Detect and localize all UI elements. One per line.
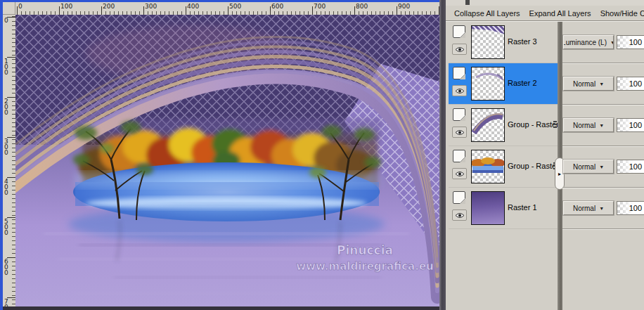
blend-row-divider bbox=[562, 228, 644, 230]
visibility-toggle[interactable] bbox=[452, 127, 467, 138]
ruler-label: 700 bbox=[314, 3, 326, 10]
dropdown-arrow-icon: ▼ bbox=[610, 40, 614, 45]
layer-row-group-raster1-b[interactable]: Group - Raster 1 bbox=[449, 146, 558, 188]
dropdown-arrow-icon: ▼ bbox=[599, 82, 604, 86]
collapse-all-layers-button[interactable]: Collapse All Layers bbox=[454, 9, 520, 18]
ruler-label: 300 bbox=[145, 3, 157, 10]
thumbnail-swoosh bbox=[472, 109, 504, 141]
layer-page-icon bbox=[453, 25, 465, 38]
layer-page-icon bbox=[453, 191, 465, 204]
layer-thumbnail[interactable] bbox=[471, 25, 505, 59]
eye-icon bbox=[455, 129, 465, 136]
blend-row-divider bbox=[562, 104, 644, 105]
ruler-label: 700 bbox=[4, 299, 11, 306]
expand-all-layers-button[interactable]: Expand All Layers bbox=[529, 9, 591, 18]
blend-mode-dropdown[interactable]: Normal ▼ bbox=[563, 77, 614, 91]
opacity-field[interactable]: 100 bbox=[617, 160, 644, 174]
ruler-label: 500 bbox=[229, 3, 241, 10]
blend-row-divider bbox=[562, 187, 644, 188]
ruler-label: 0 bbox=[18, 3, 22, 10]
opacity-value: 100 bbox=[629, 79, 642, 88]
blend-row-divider bbox=[562, 63, 644, 64]
opacity-field[interactable]: 100 bbox=[617, 201, 644, 215]
layer-thumbnail[interactable] bbox=[471, 191, 505, 225]
blend-mode-dropdown[interactable]: Luminance (L) ▼ bbox=[563, 35, 614, 49]
blend-mode-dropdown[interactable]: Normal ▼ bbox=[563, 160, 614, 174]
opacity-value: 100 bbox=[629, 38, 642, 46]
layer-thumbnail[interactable] bbox=[471, 67, 505, 101]
image-canvas[interactable]: Pinuccia www.maldiregrafica.eu bbox=[15, 15, 439, 306]
watermark-line2: www.maldiregrafica.eu bbox=[296, 260, 434, 273]
show-hide-button[interactable]: Show/Hide C bbox=[600, 9, 644, 18]
layer-thumbnail[interactable] bbox=[471, 150, 505, 183]
ruler-label: 900 bbox=[398, 3, 410, 10]
visibility-toggle[interactable] bbox=[452, 44, 467, 55]
app-window: Pinuccia www.maldiregrafica.eu 0 100 200… bbox=[0, 0, 644, 310]
dropdown-arrow-icon: ▼ bbox=[599, 164, 604, 169]
blend-mode-value: Luminance (L) bbox=[563, 39, 607, 46]
layer-row-group-raster1-a[interactable]: Group - Raster 1 bbox=[449, 105, 558, 146]
layer-name: Raster 1 bbox=[508, 203, 537, 212]
thumbnail-arc-sketch bbox=[472, 67, 504, 100]
ruler-label: 100 bbox=[60, 3, 72, 10]
thumbnail-landscape bbox=[472, 150, 504, 183]
watermark-line1: Pinuccia bbox=[337, 243, 393, 257]
clipped-layer-link-icon bbox=[553, 121, 557, 129]
eye-icon bbox=[455, 46, 465, 53]
visibility-toggle[interactable] bbox=[452, 85, 467, 96]
layers-toolbar: Collapse All Layers Expand All Layers Sh… bbox=[446, 6, 644, 20]
eye-icon bbox=[455, 171, 465, 177]
blend-mode-value: Normal bbox=[573, 80, 595, 88]
ruler-label: 200 bbox=[103, 3, 115, 10]
panel-divider bbox=[439, 0, 446, 310]
ruler-label: 600 bbox=[4, 259, 11, 276]
clipped-toolbar-icon bbox=[465, 0, 470, 5]
ruler-label: 800 bbox=[356, 3, 368, 10]
ruler-label: 400 bbox=[4, 179, 11, 195]
ruler-label: 600 bbox=[271, 3, 283, 10]
horizontal-ruler: 0 100 200 300 400 500 600 700 800 900 bbox=[15, 2, 439, 15]
thumbnail-hatch-pattern bbox=[472, 26, 504, 39]
ruler-major-ticks bbox=[15, 6, 439, 15]
opacity-value: 100 bbox=[629, 162, 642, 171]
palette-top-strip bbox=[446, 0, 644, 6]
layer-row-raster3[interactable]: Raster 3 bbox=[449, 22, 558, 63]
eye-icon bbox=[455, 212, 465, 219]
blend-mode-value: Normal bbox=[573, 205, 595, 212]
eye-icon bbox=[455, 88, 465, 94]
blend-mode-dropdown[interactable]: Normal ▼ bbox=[563, 118, 614, 132]
layer-row-raster1[interactable]: Raster 1 bbox=[449, 188, 558, 229]
dropdown-arrow-icon: ▼ bbox=[599, 206, 604, 211]
layers-palette: Collapse All Layers Expand All Layers Sh… bbox=[446, 0, 644, 310]
layer-row-raster2[interactable]: Raster 2 bbox=[449, 63, 558, 105]
ruler-label: 100 bbox=[4, 58, 11, 75]
dropdown-arrow-icon: ▼ bbox=[599, 123, 604, 128]
ruler-label: 200 bbox=[4, 98, 11, 115]
visibility-toggle[interactable] bbox=[452, 168, 467, 179]
ruler-corner bbox=[3, 2, 15, 15]
ruler-label: 400 bbox=[187, 3, 199, 10]
blend-row-divider bbox=[562, 146, 644, 147]
ruler-label: 0 bbox=[4, 18, 11, 23]
layer-name: Raster 3 bbox=[508, 37, 537, 46]
layer-page-icon bbox=[453, 67, 465, 79]
layer-list: Raster 3 Raster 2 bbox=[449, 22, 558, 229]
blend-mode-value: Normal bbox=[573, 163, 595, 171]
blend-mode-dropdown[interactable]: Normal ▼ bbox=[563, 201, 614, 215]
layer-thumbnail[interactable] bbox=[471, 108, 505, 142]
opacity-field[interactable]: 100 bbox=[617, 35, 644, 49]
canvas-bottom-edge bbox=[3, 306, 439, 310]
blend-mode-value: Normal bbox=[573, 122, 595, 129]
ruler-label: 300 bbox=[4, 138, 11, 155]
artwork: Pinuccia www.maldiregrafica.eu bbox=[15, 15, 439, 306]
vertical-ruler: 0 100 200 300 400 500 600 700 bbox=[3, 15, 15, 306]
opacity-field[interactable]: 100 bbox=[617, 118, 644, 132]
layer-group-icon bbox=[453, 108, 465, 121]
ruler-label: 500 bbox=[4, 219, 11, 235]
opacity-value: 100 bbox=[629, 204, 642, 212]
layer-group-icon bbox=[453, 150, 465, 162]
visibility-toggle[interactable] bbox=[452, 209, 467, 221]
layer-name: Raster 2 bbox=[508, 79, 537, 87]
grip-arrow-icon: ▸ bbox=[558, 171, 561, 177]
opacity-field[interactable]: 100 bbox=[617, 77, 644, 91]
